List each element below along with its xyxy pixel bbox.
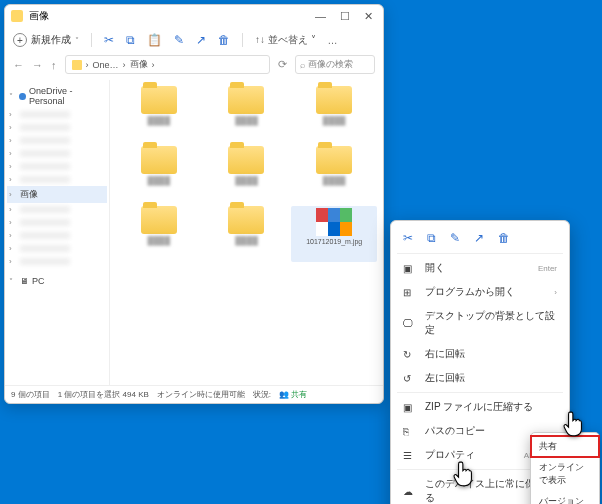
tree-item[interactable]: › [7, 160, 107, 173]
back-button[interactable]: ← [13, 59, 24, 71]
paste-icon[interactable]: 📋 [147, 33, 162, 47]
image-thumbnail [316, 208, 352, 236]
folder-item[interactable]: ████ [204, 206, 290, 262]
state-label: 状況: [253, 389, 271, 400]
new-button[interactable]: +新規作成˅ [13, 33, 79, 47]
cut-icon[interactable]: ✂ [104, 33, 114, 47]
cloud-icon [19, 93, 26, 100]
tree-item[interactable]: › [7, 216, 107, 229]
share-icon[interactable]: ↗ [196, 33, 206, 47]
folder-item[interactable]: ████ [204, 146, 290, 202]
zip-icon: ▣ [403, 402, 417, 413]
monitor-icon: 🖥 [20, 276, 29, 286]
minimize-button[interactable]: — [315, 10, 326, 23]
submenu: 共有 オンラインで表示 バージョン履歴 [530, 432, 600, 504]
delete-icon[interactable]: 🗑 [498, 231, 510, 245]
share-icon[interactable]: ↗ [474, 231, 484, 245]
search-input[interactable]: ⌕ 画像の検索 [295, 55, 375, 74]
ctx-zip[interactable]: ▣ZIP ファイルに圧縮する [391, 395, 569, 419]
ctx-open[interactable]: ▣開くEnter [391, 256, 569, 280]
explorer-window: 画像 — ☐ ✕ +新規作成˅ ✂ ⧉ 📋 ✎ ↗ 🗑 ↑↓ 並べ替え ˅ … … [4, 4, 384, 404]
nav-tree: ˅OneDrive - Personal › › › › › › ›画像 › ›… [5, 80, 110, 385]
path-icon: ⎘ [403, 426, 417, 437]
file-name: 101712019_m.jpg [306, 238, 362, 245]
tree-item[interactable]: › [7, 108, 107, 121]
rotate-left-icon: ↺ [403, 373, 417, 384]
ctx-open-with[interactable]: ⊞プログラムから開く› [391, 280, 569, 304]
open-icon: ▣ [403, 263, 417, 274]
tree-item[interactable]: › [7, 134, 107, 147]
forward-button[interactable]: → [32, 59, 43, 71]
tree-item[interactable]: › [7, 229, 107, 242]
file-grid: ████ ████ ████ ████ ████ ████ ████ ████ … [110, 80, 383, 385]
selected-info: 1 個の項目を選択 494 KB [58, 389, 149, 400]
tree-item[interactable]: › [7, 255, 107, 268]
maximize-button[interactable]: ☐ [340, 10, 350, 23]
copy-icon[interactable]: ⧉ [126, 33, 135, 47]
rotate-right-icon: ↻ [403, 349, 417, 360]
cut-icon[interactable]: ✂ [403, 231, 413, 245]
folder-item[interactable]: ████ [116, 206, 202, 262]
cloud-down-icon: ☁ [403, 486, 417, 497]
ctx-set-background[interactable]: 🖵デスクトップの背景として設定 [391, 304, 569, 342]
more-button[interactable]: … [328, 35, 339, 46]
tree-item[interactable]: › [7, 242, 107, 255]
tree-item[interactable]: › [7, 147, 107, 160]
file-item-selected[interactable]: 101712019_m.jpg [291, 206, 377, 262]
folder-item[interactable]: ████ [204, 86, 290, 142]
properties-icon: ☰ [403, 450, 417, 461]
rename-icon[interactable]: ✎ [450, 231, 460, 245]
tree-item[interactable]: › [7, 173, 107, 186]
nav-row: ← → ↑ ›One…›画像› ⟳ ⌕ 画像の検索 [5, 53, 383, 80]
cursor-hand-icon [562, 410, 588, 440]
tree-item[interactable]: › [7, 203, 107, 216]
copy-icon[interactable]: ⧉ [427, 231, 436, 245]
titlebar: 画像 — ☐ ✕ [5, 5, 383, 27]
sub-view-online[interactable]: オンラインで表示 [531, 457, 599, 491]
tree-item[interactable]: › [7, 121, 107, 134]
status-bar: 9 個の項目 1 個の項目を選択 494 KB オンライン時に使用可能 状況: … [5, 385, 383, 403]
share-status: 👥 共有 [279, 389, 307, 400]
desktop-icon: 🖵 [403, 318, 417, 329]
toolbar: +新規作成˅ ✂ ⧉ 📋 ✎ ↗ 🗑 ↑↓ 並べ替え ˅ … [5, 27, 383, 53]
close-button[interactable]: ✕ [364, 10, 373, 23]
search-icon: ⌕ [300, 60, 305, 70]
tree-pc[interactable]: ˅🖥PC [7, 274, 107, 288]
breadcrumb[interactable]: ›One…›画像› [65, 55, 271, 74]
folder-item[interactable]: ████ [291, 146, 377, 202]
tree-item-selected[interactable]: ›画像 [7, 186, 107, 203]
folder-item[interactable]: ████ [116, 86, 202, 142]
folder-icon [11, 10, 23, 22]
up-button[interactable]: ↑ [51, 59, 57, 71]
folder-item[interactable]: ████ [116, 146, 202, 202]
cursor-hand-icon [452, 460, 478, 490]
window-title: 画像 [29, 9, 315, 23]
delete-icon[interactable]: 🗑 [218, 33, 230, 47]
sort-button[interactable]: ↑↓ 並べ替え ˅ [255, 33, 316, 47]
sub-version-history[interactable]: バージョン履歴 [531, 491, 599, 504]
folder-icon [72, 60, 82, 70]
refresh-button[interactable]: ⟳ [278, 58, 287, 71]
tree-onedrive[interactable]: ˅OneDrive - Personal [7, 84, 107, 108]
item-count: 9 個の項目 [11, 389, 50, 400]
rename-icon[interactable]: ✎ [174, 33, 184, 47]
app-icon: ⊞ [403, 287, 417, 298]
folder-item[interactable]: ████ [291, 86, 377, 142]
ctx-rotate-right[interactable]: ↻右に回転 [391, 342, 569, 366]
ctx-rotate-left[interactable]: ↺左に回転 [391, 366, 569, 390]
online-status: オンライン時に使用可能 [157, 389, 245, 400]
